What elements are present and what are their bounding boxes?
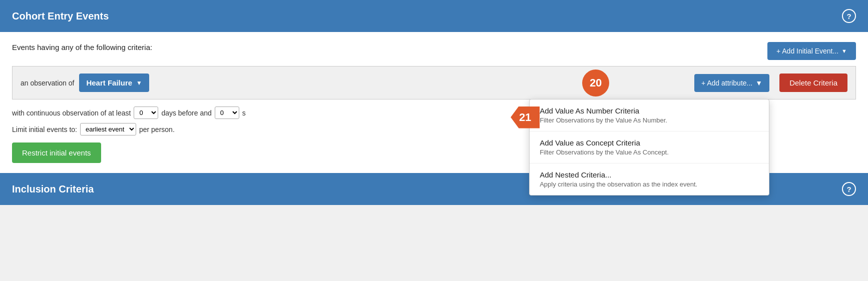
top-toolbar: Events having any of the following crite… <box>12 42 856 60</box>
add-value-number-item[interactable]: Add Value As Number Criteria Filter Obse… <box>530 100 769 132</box>
add-nested-criteria-title: Add Nested Criteria... <box>540 170 759 179</box>
days-after-select[interactable]: 0 30 60 90 <box>215 106 239 119</box>
add-value-number-title: Add Value As Number Criteria <box>540 106 759 115</box>
observation-row: an observation of Heart Failure ▼ 20 + A… <box>12 66 856 100</box>
add-attribute-button[interactable]: + Add attribute... ▼ <box>694 74 769 92</box>
header-title: Cohort Entry Events <box>12 10 109 22</box>
concept-label: Heart Failure <box>86 78 132 87</box>
continuous-prefix: with continuous observation of at least <box>12 109 131 117</box>
add-value-concept-title: Add Value as Concept Criteria <box>540 138 759 147</box>
days-before-suffix: days before and <box>161 109 211 117</box>
add-value-concept-item[interactable]: Add Value as Concept Criteria Filter Obs… <box>530 132 769 164</box>
footer-help-icon[interactable]: ? <box>842 182 856 196</box>
cohort-entry-header: Cohort Entry Events ? <box>0 0 868 32</box>
delete-criteria-button[interactable]: Delete Criteria <box>779 74 847 92</box>
concept-caret-icon: ▼ <box>136 80 142 86</box>
attribute-dropdown-menu: 21 Add Value As Number Criteria Filter O… <box>529 99 769 196</box>
limit-prefix: Limit initial events to: <box>12 126 77 134</box>
days-before-select[interactable]: 0 30 60 90 <box>134 106 158 119</box>
limit-select[interactable]: earliest event latest event all events <box>80 123 136 136</box>
header-help-icon[interactable]: ? <box>842 9 856 23</box>
footer-title: Inclusion Criteria <box>12 184 94 195</box>
restrict-initial-events-button[interactable]: Restrict initial events <box>12 142 101 163</box>
heart-failure-concept-button[interactable]: Heart Failure ▼ <box>79 74 149 92</box>
days-after-suffix: s <box>242 109 246 117</box>
criteria-label: Events having any of the following crite… <box>12 43 152 52</box>
limit-suffix: per person. <box>139 126 175 134</box>
add-nested-criteria-desc: Apply criteria using the observation as … <box>540 180 759 188</box>
add-initial-event-button[interactable]: + Add Initial Event... ▼ <box>767 42 856 60</box>
add-initial-event-label: + Add Initial Event... <box>776 47 838 55</box>
observation-prefix: an observation of <box>21 79 74 87</box>
add-nested-criteria-item[interactable]: Add Nested Criteria... Apply criteria us… <box>530 164 769 195</box>
add-value-number-desc: Filter Observations by the Value As Numb… <box>540 116 759 124</box>
add-value-concept-desc: Filter Observations by the Value As Conc… <box>540 148 759 156</box>
badge-20: 20 <box>582 70 609 96</box>
add-attribute-caret-icon: ▼ <box>755 79 762 87</box>
obs-right-group: 20 + Add attribute... ▼ 21 Add Value As … <box>694 74 769 92</box>
main-content: Events having any of the following crite… <box>0 32 868 173</box>
add-initial-caret-icon: ▼ <box>841 48 847 54</box>
add-attribute-label: + Add attribute... <box>701 79 752 87</box>
